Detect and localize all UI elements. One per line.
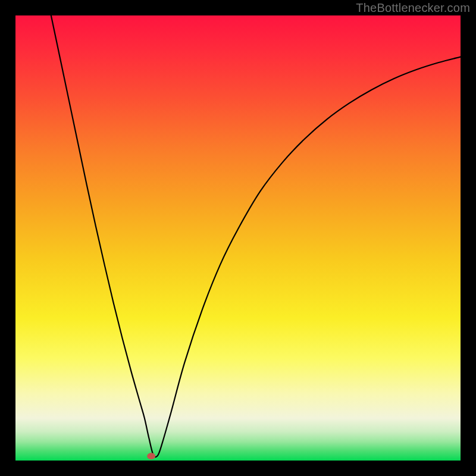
plot-area	[15, 15, 461, 461]
chart-svg	[15, 15, 461, 461]
chart-frame: TheBottlenecker.com	[0, 0, 476, 476]
watermark-text: TheBottlenecker.com	[356, 1, 470, 15]
gradient-background	[15, 15, 461, 461]
optimal-point-marker	[147, 453, 155, 459]
